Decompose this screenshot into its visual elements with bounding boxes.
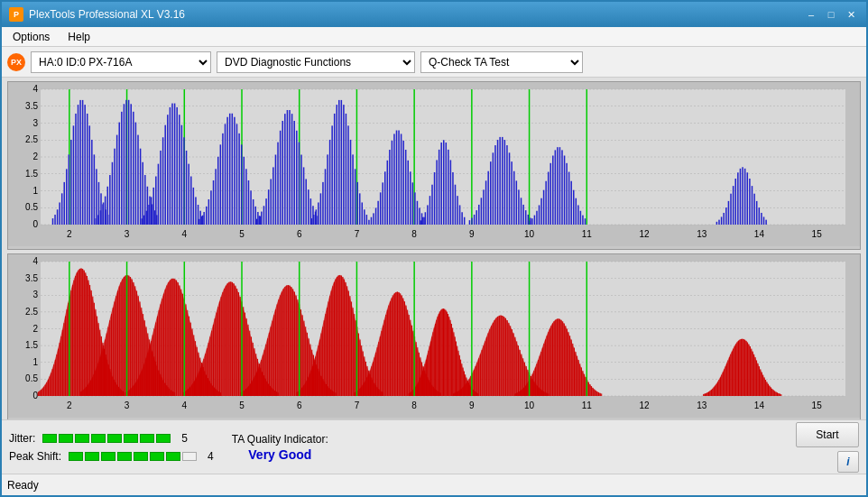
jitter-value: 5 [181, 432, 188, 445]
meter-segment [75, 434, 89, 443]
meter-segment [117, 452, 132, 461]
top-chart [7, 81, 861, 250]
jitter-group: Jitter: 5 [9, 432, 214, 445]
menu-help[interactable]: Help [60, 29, 97, 45]
meter-segment [150, 452, 164, 461]
menu-options[interactable]: Options [5, 29, 57, 45]
peakshift-meter [69, 452, 197, 461]
drive-select[interactable]: HA:0 ID:0 PX-716A [31, 51, 211, 73]
function-select[interactable]: DVD Diagnostic Functions [217, 51, 415, 73]
meter-segment [182, 452, 197, 461]
peakshift-group: Peak Shift: 4 [9, 450, 214, 463]
close-button[interactable]: ✕ [843, 7, 859, 22]
start-button[interactable]: Start [796, 422, 859, 447]
meter-segment [140, 434, 154, 443]
ta-quality-label: TA Quality Indicator: [232, 433, 328, 446]
meter-segment [69, 452, 83, 461]
test-select[interactable]: Q-Check TA Test [420, 51, 583, 73]
meter-segment [59, 434, 73, 443]
drive-icon: PX [7, 53, 25, 71]
minimize-button[interactable]: – [803, 7, 819, 22]
info-icon-button[interactable]: i [837, 451, 859, 473]
meter-segment [156, 434, 171, 443]
ta-quality-group: TA Quality Indicator: Very Good [232, 433, 328, 462]
app-window: P PlexTools Professional XL V3.16 – □ ✕ … [0, 0, 868, 497]
peakshift-value: 4 [208, 450, 214, 463]
peakshift-label: Peak Shift: [9, 450, 61, 463]
app-icon: P [9, 7, 23, 22]
menu-bar: Options Help [2, 27, 866, 47]
meter-segment [124, 434, 138, 443]
title-bar: P PlexTools Professional XL V3.16 – □ ✕ [2, 2, 866, 27]
meter-segment [101, 452, 115, 461]
meter-segment [85, 452, 99, 461]
ta-quality-value: Very Good [248, 447, 311, 462]
jitter-label: Jitter: [9, 432, 35, 445]
charts-area [2, 78, 866, 419]
title-text: PlexTools Professional XL V3.16 [29, 8, 185, 21]
meter-segment [134, 452, 148, 461]
info-panel: Jitter: 5 Peak Shift: 4 TA Quality Indic… [2, 419, 866, 474]
meter-segment [166, 452, 180, 461]
meter-segment [107, 434, 122, 443]
bottom-chart [7, 253, 861, 419]
maximize-button[interactable]: □ [823, 7, 839, 22]
status-text: Ready [7, 479, 39, 492]
top-chart-canvas [8, 82, 860, 246]
meter-segment [91, 434, 106, 443]
jitter-meter [42, 434, 171, 443]
status-bar: Ready [2, 474, 866, 495]
meter-segment [42, 434, 57, 443]
bottom-chart-canvas [8, 254, 860, 418]
toolbar: PX HA:0 ID:0 PX-716A DVD Diagnostic Func… [2, 47, 866, 78]
